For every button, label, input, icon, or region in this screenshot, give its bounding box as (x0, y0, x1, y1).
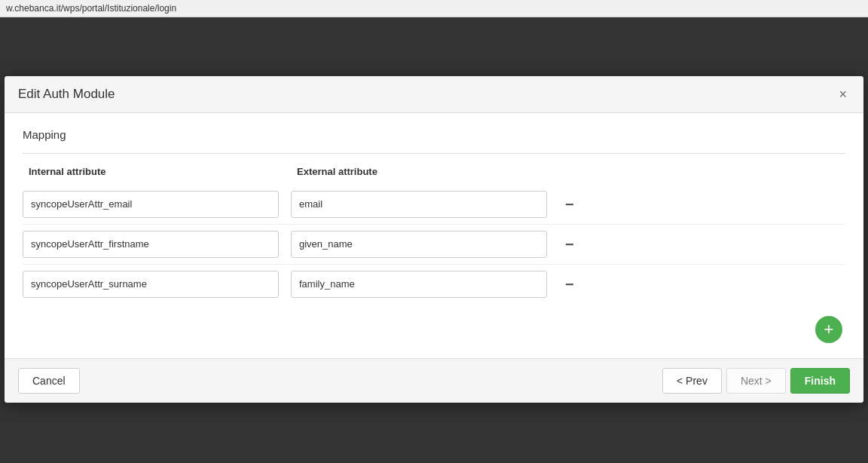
close-button[interactable]: × (836, 87, 850, 101)
finish-button[interactable]: Finish (790, 368, 850, 394)
browser-url: w.chebanca.it/wps/portal/Istituzionale/l… (6, 3, 176, 14)
section-divider (23, 153, 845, 154)
modal-title: Edit Auth Module (18, 87, 115, 102)
mapping-row: − (23, 185, 845, 225)
remove-mapping-button[interactable]: − (559, 197, 580, 212)
external-attribute-header: External attribute (297, 166, 553, 177)
external-attribute-input[interactable] (291, 191, 547, 218)
cancel-button[interactable]: Cancel (18, 368, 80, 394)
modal-body: Mapping Internal attribute External attr… (5, 113, 863, 358)
section-title: Mapping (23, 128, 845, 141)
footer-right: < Prev Next > Finish (662, 368, 850, 394)
internal-attribute-input[interactable] (23, 231, 279, 258)
remove-mapping-button[interactable]: − (559, 277, 580, 292)
add-mapping-button[interactable]: + (815, 316, 842, 343)
mapping-row: − (23, 225, 845, 265)
external-attribute-input[interactable] (291, 231, 547, 258)
column-headers: Internal attribute External attribute (23, 166, 845, 177)
add-row-container: + (23, 316, 845, 343)
modal-dialog: Edit Auth Module × Mapping Internal attr… (5, 76, 863, 403)
internal-attribute-input[interactable] (23, 191, 279, 218)
modal-footer: Cancel < Prev Next > Finish (5, 358, 863, 403)
prev-button[interactable]: < Prev (662, 368, 722, 394)
internal-attribute-header: Internal attribute (29, 166, 285, 177)
mapping-rows-container: −−− (23, 185, 845, 304)
mapping-row: − (23, 265, 845, 304)
next-button[interactable]: Next > (726, 368, 786, 394)
internal-attribute-input[interactable] (23, 271, 279, 298)
external-attribute-input[interactable] (291, 271, 547, 298)
remove-mapping-button[interactable]: − (559, 237, 580, 252)
modal-header: Edit Auth Module × (5, 76, 863, 113)
footer-left: Cancel (18, 368, 80, 394)
